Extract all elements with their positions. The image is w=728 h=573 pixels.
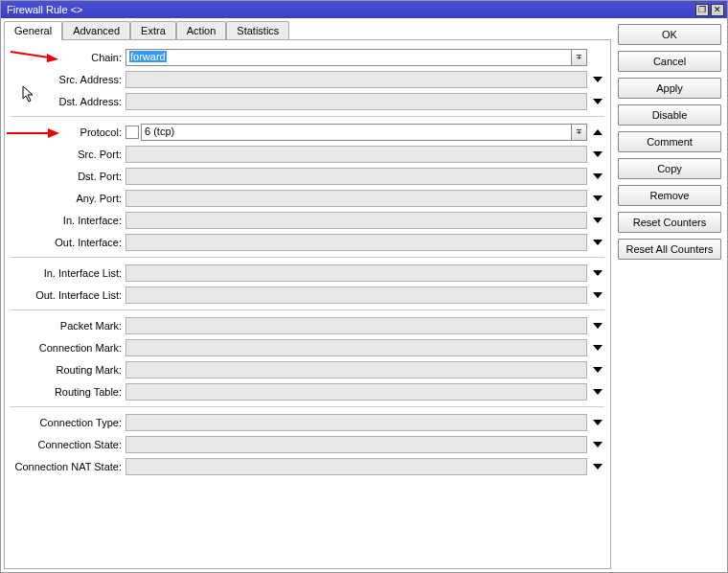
copy-button[interactable]: Copy xyxy=(618,158,721,179)
src-address-expand[interactable] xyxy=(591,73,604,86)
dst-port-expand[interactable] xyxy=(591,170,604,183)
tab-extra[interactable]: Extra xyxy=(130,21,176,39)
protocol-collapse[interactable] xyxy=(591,126,604,139)
connection-mark-input[interactable] xyxy=(125,339,587,356)
label-src-address: Src. Address: xyxy=(11,74,125,85)
label-routing-mark: Routing Mark: xyxy=(11,364,125,376)
in-interface-expand[interactable] xyxy=(591,214,604,227)
label-connection-state: Connection State: xyxy=(11,439,125,450)
label-connection-type: Connection Type: xyxy=(11,417,125,428)
dst-port-input[interactable] xyxy=(125,168,587,185)
tab-body-general: Chain: forward ∓ Src. Address: Dst. Addr… xyxy=(4,40,611,569)
label-in-interface-list: In. Interface List: xyxy=(11,267,125,279)
label-src-port: Src. Port: xyxy=(11,149,125,160)
tab-bar: General Advanced Extra Action Statistics xyxy=(4,21,611,40)
src-port-input[interactable] xyxy=(125,146,587,163)
main-panel: General Advanced Extra Action Statistics… xyxy=(1,18,614,572)
comment-button[interactable]: Comment xyxy=(618,131,721,152)
src-address-input[interactable] xyxy=(125,71,587,88)
in-interface-list-input[interactable] xyxy=(125,264,587,282)
tab-statistics[interactable]: Statistics xyxy=(226,21,289,39)
label-any-port: Any. Port: xyxy=(11,193,125,204)
out-interface-list-input[interactable] xyxy=(125,286,587,304)
label-routing-table: Routing Table: xyxy=(11,386,125,398)
out-interface-list-expand[interactable] xyxy=(591,288,604,302)
restore-button[interactable]: ❐ xyxy=(695,4,709,16)
in-interface-list-expand[interactable] xyxy=(591,266,604,280)
apply-button[interactable]: Apply xyxy=(618,78,721,99)
out-interface-expand[interactable] xyxy=(591,236,604,249)
packet-mark-expand[interactable] xyxy=(591,319,604,332)
title-bar: Firewall Rule <> ❐ ✕ xyxy=(1,1,727,18)
tab-action[interactable]: Action xyxy=(176,21,227,39)
routing-table-expand[interactable] xyxy=(591,385,604,399)
label-connection-nat-state: Connection NAT State: xyxy=(11,461,125,472)
connection-state-expand[interactable] xyxy=(591,438,604,451)
out-interface-input[interactable] xyxy=(125,234,587,251)
cancel-button[interactable]: Cancel xyxy=(618,51,721,72)
label-dst-port: Dst. Port: xyxy=(11,171,125,182)
connection-mark-expand[interactable] xyxy=(591,341,604,355)
reset-all-counters-button[interactable]: Reset All Counters xyxy=(618,239,721,260)
remove-button[interactable]: Remove xyxy=(618,185,721,206)
close-button[interactable]: ✕ xyxy=(711,4,724,16)
label-in-interface: In. Interface: xyxy=(11,215,125,226)
ok-button[interactable]: OK xyxy=(618,24,721,45)
chain-input[interactable]: forward xyxy=(125,49,572,66)
routing-mark-expand[interactable] xyxy=(591,363,604,377)
connection-nat-state-expand[interactable] xyxy=(591,460,604,473)
label-dst-address: Dst. Address: xyxy=(11,96,125,107)
reset-counters-button[interactable]: Reset Counters xyxy=(618,212,721,233)
any-port-expand[interactable] xyxy=(591,192,604,205)
label-chain: Chain: xyxy=(11,52,125,63)
tab-advanced[interactable]: Advanced xyxy=(62,21,130,39)
content: General Advanced Extra Action Statistics… xyxy=(1,18,727,572)
in-interface-input[interactable] xyxy=(125,212,587,229)
tab-general[interactable]: General xyxy=(4,21,62,40)
label-out-interface: Out. Interface: xyxy=(11,237,125,248)
connection-type-expand[interactable] xyxy=(591,416,604,429)
connection-state-input[interactable] xyxy=(125,436,587,453)
routing-table-input[interactable] xyxy=(125,383,587,401)
window-title: Firewall Rule <> xyxy=(7,4,694,15)
label-packet-mark: Packet Mark: xyxy=(11,320,125,332)
routing-mark-input[interactable] xyxy=(125,361,587,378)
protocol-dropdown-button[interactable]: ∓ xyxy=(572,124,587,141)
side-panel: OK Cancel Apply Disable Comment Copy Rem… xyxy=(614,18,727,572)
any-port-input[interactable] xyxy=(125,190,587,207)
dst-address-input[interactable] xyxy=(125,93,587,110)
src-port-expand[interactable] xyxy=(591,148,604,161)
label-out-interface-list: Out. Interface List: xyxy=(11,289,125,301)
dst-address-expand[interactable] xyxy=(591,95,604,108)
label-protocol: Protocol: xyxy=(11,126,125,138)
label-connection-mark: Connection Mark: xyxy=(11,342,125,354)
connection-nat-state-input[interactable] xyxy=(125,458,587,475)
protocol-input[interactable]: 6 (tcp) xyxy=(141,124,572,141)
protocol-invert-checkbox[interactable] xyxy=(125,126,139,139)
chain-dropdown-button[interactable]: ∓ xyxy=(572,49,587,66)
disable-button[interactable]: Disable xyxy=(618,104,721,126)
connection-type-input[interactable] xyxy=(125,414,587,431)
packet-mark-input[interactable] xyxy=(125,317,587,334)
